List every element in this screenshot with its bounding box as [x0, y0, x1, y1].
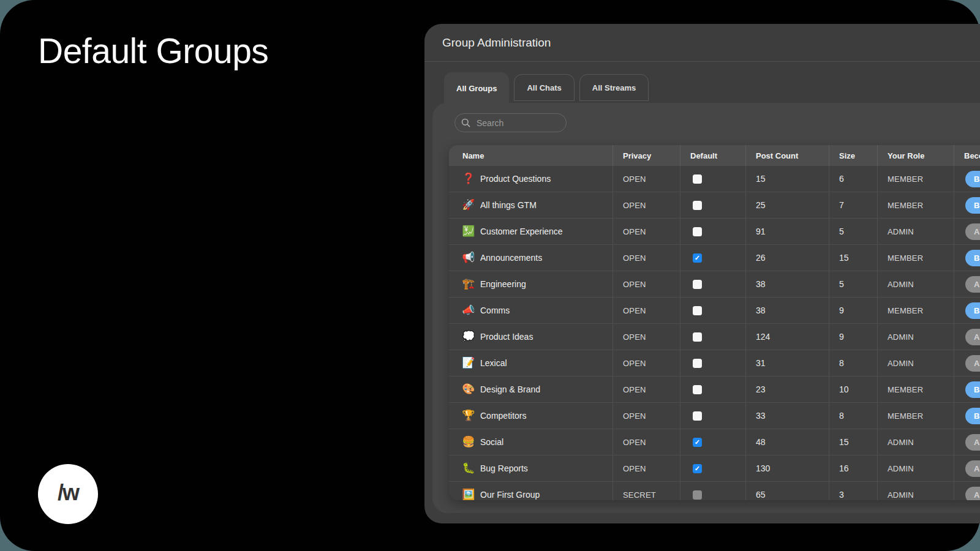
- table-row[interactable]: 🍔SocialOPEN✓4815ADMINAlready admin: [449, 429, 980, 455]
- post-count-cell: 124: [745, 324, 829, 350]
- table-row[interactable]: 🏗️EngineeringOPEN385ADMINAlready admin: [449, 271, 980, 297]
- post-count-value: 15: [756, 174, 766, 184]
- group-name: Design & Brand: [480, 384, 540, 394]
- table-row[interactable]: 🏆CompetitorsOPEN338MEMBERBecome admin: [449, 402, 980, 429]
- page-title: Default Groups: [38, 31, 268, 71]
- post-count-value: 38: [756, 279, 766, 289]
- table-row[interactable]: ❓Product QuestionsOPEN156MEMBERBecome ad…: [449, 166, 980, 192]
- header-divider: [424, 61, 980, 62]
- size-value: 10: [839, 384, 849, 394]
- loudspeaker-emoji: 📢: [462, 252, 475, 264]
- tab-bar: All GroupsAll ChatsAll Streams: [444, 72, 649, 103]
- default-checkbox-unchecked[interactable]: [693, 227, 702, 236]
- become-admin-button[interactable]: Become admin: [965, 250, 980, 266]
- become-admin-button[interactable]: Become admin: [965, 408, 980, 424]
- size-value: 15: [839, 253, 849, 263]
- table-row[interactable]: 🎨Design & BrandOPEN2310MEMBERBecome admi…: [449, 376, 980, 402]
- default-checkbox-unchecked[interactable]: [693, 411, 702, 421]
- default-checkbox-unchecked[interactable]: [693, 174, 702, 184]
- privacy-cell: OPEN: [612, 377, 680, 402]
- become-admin-button[interactable]: Become admin: [965, 381, 980, 398]
- post-count-value: 91: [756, 227, 766, 236]
- tab-all-streams[interactable]: All Streams: [579, 74, 649, 101]
- size-cell: 8: [829, 350, 877, 376]
- default-checkbox-unchecked[interactable]: [693, 306, 702, 315]
- become-admin-button[interactable]: Become admin: [965, 171, 980, 187]
- size-cell: 8: [829, 403, 877, 429]
- size-cell: 6: [829, 166, 877, 192]
- column-header-become: Become: [954, 145, 980, 166]
- group-name: Comms: [480, 305, 510, 315]
- default-checkbox-unchecked[interactable]: [693, 201, 702, 210]
- palette-emoji: 🎨: [462, 383, 475, 395]
- default-checkbox-checked[interactable]: ✓: [693, 253, 702, 263]
- table-row[interactable]: 📣CommsOPEN389MEMBERBecome admin: [449, 297, 980, 323]
- become-cell: Already admin: [954, 350, 980, 376]
- size-value: 6: [839, 174, 844, 184]
- become-admin-button[interactable]: Become admin: [965, 302, 980, 319]
- default-cell: [680, 324, 745, 350]
- privacy-cell: OPEN: [612, 298, 680, 323]
- your-role-cell: ADMIN: [877, 271, 954, 297]
- post-count-cell: 38: [745, 271, 829, 297]
- group-name-cell: ❓Product Questions: [449, 166, 612, 192]
- size-cell: 15: [829, 429, 877, 455]
- already-admin-badge: Already admin: [965, 487, 980, 501]
- size-cell: 9: [829, 298, 877, 323]
- your-role-cell: MEMBER: [877, 166, 954, 192]
- table-row[interactable]: 💹Customer ExperienceOPEN915ADMINAlready …: [449, 218, 980, 244]
- table-row[interactable]: 🖼️Our First GroupSECRET653ADMINAlready a…: [449, 481, 980, 500]
- search-icon: [461, 118, 470, 127]
- default-checkbox-unchecked[interactable]: [693, 359, 702, 368]
- default-cell: ✓: [680, 455, 745, 481]
- group-name-cell: 🏆Competitors: [449, 403, 612, 429]
- table-row[interactable]: 🐛Bug ReportsOPEN✓13016ADMINAlready admin: [449, 455, 980, 481]
- privacy-cell: OPEN: [612, 271, 680, 297]
- already-admin-badge: Already admin: [965, 460, 980, 477]
- default-cell: [680, 166, 745, 192]
- default-cell: ✓: [680, 429, 745, 455]
- your-role-cell: ADMIN: [877, 324, 954, 350]
- megaphone-emoji: 📣: [462, 304, 475, 317]
- table-row[interactable]: 💭Product IdeasOPEN1249ADMINAlready admin: [449, 323, 980, 350]
- privacy-cell: OPEN: [612, 324, 680, 350]
- table-row[interactable]: 📢AnnouncementsOPEN✓2615MEMBERBecome admi…: [449, 244, 980, 271]
- default-cell: [680, 377, 745, 402]
- size-cell: 15: [829, 245, 877, 271]
- become-admin-button[interactable]: Become admin: [965, 197, 980, 214]
- post-count-value: 48: [756, 437, 766, 447]
- table-row[interactable]: 🚀All things GTMOPEN257MEMBERBecome admin: [449, 192, 980, 218]
- group-name: Product Questions: [480, 174, 551, 184]
- tab-all-chats[interactable]: All Chats: [514, 74, 574, 101]
- default-cell: [680, 482, 745, 500]
- size-value: 16: [839, 463, 849, 473]
- default-checkbox-checked[interactable]: ✓: [693, 464, 702, 473]
- group-name-cell: 🍔Social: [449, 429, 612, 455]
- group-name: Social: [480, 437, 503, 447]
- become-cell: Become admin: [954, 245, 980, 271]
- tab-all-groups[interactable]: All Groups: [444, 72, 509, 104]
- become-cell: Already admin: [954, 271, 980, 297]
- post-count-cell: 48: [745, 429, 829, 455]
- your-role-cell: MEMBER: [877, 377, 954, 402]
- default-checkbox-checked[interactable]: ✓: [693, 438, 702, 447]
- post-count-cell: 25: [745, 192, 829, 218]
- post-count-cell: 26: [745, 245, 829, 271]
- your-role-cell: MEMBER: [877, 298, 954, 323]
- panel-title: Group Administration: [442, 36, 551, 50]
- search-box[interactable]: [454, 113, 567, 132]
- group-name: Our First Group: [480, 490, 540, 500]
- group-name-cell: 📣Comms: [449, 298, 612, 323]
- size-cell: 16: [829, 455, 877, 481]
- size-cell: 10: [829, 377, 877, 402]
- search-input[interactable]: [475, 118, 551, 129]
- default-checkbox-unchecked[interactable]: [693, 385, 702, 394]
- group-name-cell: 🐛Bug Reports: [449, 455, 612, 481]
- default-cell: [680, 219, 745, 244]
- post-count-value: 124: [756, 332, 770, 342]
- default-checkbox-unchecked[interactable]: [693, 280, 702, 289]
- groups-table: NamePrivacyDefaultPost CountSizeYour Rol…: [449, 145, 980, 500]
- table-row[interactable]: 📝LexicalOPEN318ADMINAlready admin: [449, 350, 980, 376]
- group-name-cell: 🎨Design & Brand: [449, 377, 612, 402]
- default-checkbox-unchecked[interactable]: [693, 332, 702, 342]
